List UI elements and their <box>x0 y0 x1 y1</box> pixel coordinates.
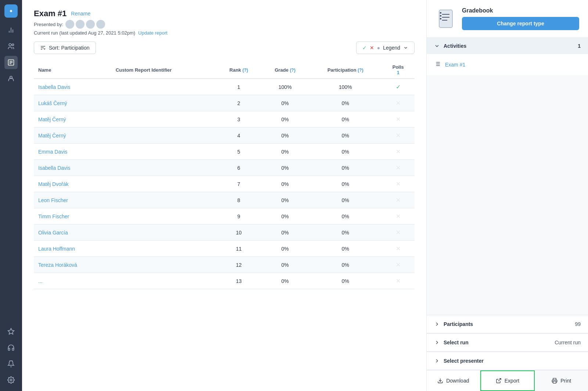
col-custom-id: Custom Report Identifier <box>111 61 216 79</box>
activities-count: 1 <box>578 43 581 49</box>
student-participation: 0% <box>309 176 382 192</box>
student-custom-id <box>111 79 216 95</box>
print-button[interactable]: Print <box>535 370 588 391</box>
select-run-header[interactable]: Select run Current run <box>427 334 588 352</box>
table-row: Leon Fischer 8 0% 0% ✕ <box>34 192 415 208</box>
avatar-3 <box>86 20 95 29</box>
legend-x-icon: ✕ <box>370 45 374 51</box>
student-poll: ✕ <box>382 225 415 241</box>
student-grade: 0% <box>261 241 309 257</box>
student-poll: ✕ <box>382 144 415 160</box>
sort-button[interactable]: Sort: Participation <box>34 42 96 54</box>
student-rank: 11 <box>216 241 261 257</box>
poll-check-icon: ✓ <box>396 84 401 90</box>
main-content: Exam #1 Rename Presented by: Current run… <box>22 0 588 391</box>
activity-label[interactable]: Exam #1 <box>445 62 465 68</box>
student-name[interactable]: Olivia García <box>34 225 111 241</box>
sidebar-item-analytics[interactable] <box>4 24 18 37</box>
activities-section-header[interactable]: Activities 1 <box>427 38 588 54</box>
download-label: Download <box>446 378 469 384</box>
select-presenter-title: Select presenter <box>444 358 484 364</box>
student-custom-id <box>111 208 216 225</box>
student-name[interactable]: Isabella Davis <box>34 160 111 176</box>
presented-by: Presented by: <box>34 20 415 29</box>
sidebar-item-premium[interactable] <box>4 325 18 338</box>
current-run-row: Current run (last updated Aug 27, 2021 5… <box>34 30 415 36</box>
svg-marker-11 <box>8 329 14 334</box>
student-grade: 0% <box>261 208 309 225</box>
sidebar-item-settings[interactable] <box>4 373 18 387</box>
legend-label: Legend <box>383 45 400 51</box>
activities-title: Activities <box>444 43 466 49</box>
sidebar-item-support[interactable] <box>4 341 18 354</box>
export-button[interactable]: Export <box>480 370 535 391</box>
svg-point-4 <box>9 44 11 46</box>
poll-x-icon: ✕ <box>396 245 401 252</box>
col-rank: Rank (?) <box>216 61 261 79</box>
svg-rect-21 <box>440 12 441 14</box>
student-participation: 0% <box>309 111 382 128</box>
student-name[interactable]: Lukáš Černý <box>34 95 111 111</box>
select-presenter-header[interactable]: Select presenter <box>427 352 588 370</box>
legend-button[interactable]: ✓ ✕ ● Legend <box>356 42 415 54</box>
export-icon <box>496 378 502 384</box>
student-participation: 0% <box>309 144 382 160</box>
poll-x-icon: ✕ <box>396 181 401 187</box>
update-report-link[interactable]: Update report <box>138 30 168 36</box>
student-participation: 0% <box>309 257 382 273</box>
sidebar-item-participants[interactable] <box>4 72 18 85</box>
student-participation: 0% <box>309 241 382 257</box>
student-participation: 0% <box>309 95 382 111</box>
table-row: Matěj Černý 4 0% 0% ✕ <box>34 128 415 144</box>
student-name[interactable]: Timm Fischer <box>34 208 111 225</box>
student-poll: ✕ <box>382 176 415 192</box>
export-label: Export <box>505 378 519 384</box>
student-participation: 0% <box>309 208 382 225</box>
student-poll: ✕ <box>382 111 415 128</box>
content-area: Exam #1 Rename Presented by: Current run… <box>22 0 588 391</box>
student-custom-id <box>111 144 216 160</box>
participants-header[interactable]: Participants 99 <box>427 315 588 333</box>
student-name[interactable]: Laura Hoffmann <box>34 241 111 257</box>
col-polls: Polls 1 <box>382 61 415 79</box>
rename-link[interactable]: Rename <box>71 11 90 17</box>
report-title: Exam #1 <box>34 9 67 18</box>
student-name[interactable]: Leon Fischer <box>34 192 111 208</box>
sidebar-item-notifications[interactable] <box>4 357 18 370</box>
student-participation: 100% <box>309 79 382 95</box>
select-run-header-left: Select run <box>434 340 469 345</box>
activity-item[interactable]: Exam #1 <box>427 57 588 72</box>
sidebar-item-reports[interactable] <box>4 56 18 69</box>
student-rank: 5 <box>216 144 261 160</box>
student-poll: ✓ <box>382 79 415 95</box>
activities-header-left: Activities <box>434 43 466 49</box>
student-custom-id <box>111 176 216 192</box>
col-grade: Grade (?) <box>261 61 309 79</box>
select-presenter-header-left: Select presenter <box>434 358 484 364</box>
student-rank: 9 <box>216 208 261 225</box>
sidebar-item-groups[interactable] <box>4 40 18 53</box>
poll-x-icon: ✕ <box>396 165 401 171</box>
activities-section: Activities 1 Exam #1 <box>427 38 588 75</box>
report-header: Exam #1 Rename Presented by: Current run… <box>34 9 415 36</box>
gradebook-title: Gradebook <box>462 7 579 14</box>
change-report-button[interactable]: Change report type <box>462 17 579 30</box>
report-toolbar: Sort: Participation ✓ ✕ ● Legend <box>34 42 415 54</box>
gradebook-info: Gradebook Change report type <box>462 7 579 30</box>
student-name[interactable]: ... <box>34 273 111 289</box>
poll-x-icon: ✕ <box>396 197 401 203</box>
table-row: Olivia García 10 0% 0% ✕ <box>34 225 415 241</box>
student-grade: 0% <box>261 192 309 208</box>
student-name[interactable]: Matěj Černý <box>34 128 111 144</box>
logo[interactable] <box>4 4 18 18</box>
student-poll: ✕ <box>382 160 415 176</box>
student-name[interactable]: Emma Davis <box>34 144 111 160</box>
download-button[interactable]: Download <box>427 370 480 391</box>
student-name[interactable]: Isabella Davis <box>34 79 111 95</box>
table-row: ... 13 0% 0% ✕ <box>34 273 415 289</box>
student-name[interactable]: Matěj Černý <box>34 111 111 128</box>
student-name[interactable]: Tereza Horáková <box>34 257 111 273</box>
poll-x-icon: ✕ <box>396 229 401 236</box>
student-name[interactable]: Matěj Dvořák <box>34 176 111 192</box>
select-presenter-chevron-icon <box>434 358 440 364</box>
